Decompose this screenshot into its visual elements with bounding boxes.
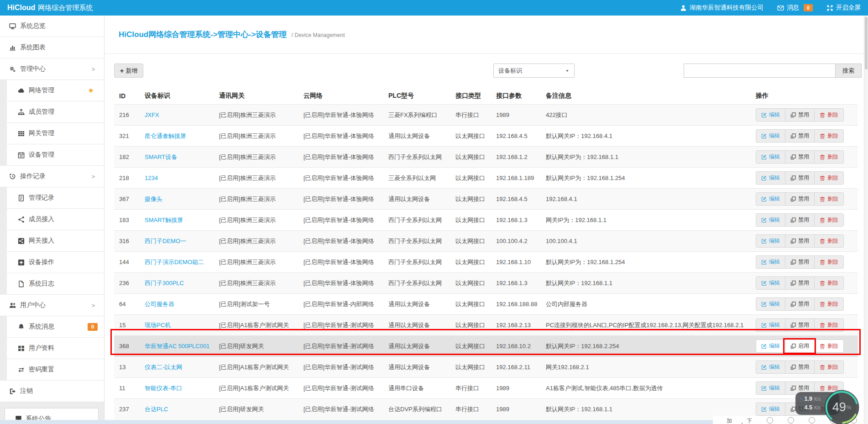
scrollbar-thumb[interactable]: [865, 17, 868, 69]
enable-button[interactable]: 启用: [785, 340, 814, 352]
disable-button[interactable]: 禁用: [785, 319, 814, 331]
device-link[interactable]: SMART设备: [145, 154, 177, 160]
ext-icon[interactable]: [767, 417, 773, 424]
disable-button[interactable]: 禁用: [785, 172, 814, 184]
delete-button[interactable]: 删除: [814, 193, 843, 205]
device-filter-select[interactable]: 设备标识: [493, 64, 575, 78]
delete-button[interactable]: 删除: [814, 319, 843, 331]
add-button-label: 新增: [125, 67, 137, 75]
sidebar-item-system-logs[interactable]: 系统日志: [7, 273, 104, 295]
sidebar-item-op-records[interactable]: 操作记录>: [0, 166, 104, 187]
accelerator-button[interactable]: 加速器: [719, 417, 732, 424]
disable-button[interactable]: 禁用: [785, 298, 814, 310]
sidebar-item-network-mgmt[interactable]: 网络管理★: [7, 80, 104, 101]
edit-button[interactable]: 编辑: [756, 403, 785, 415]
edit-button[interactable]: 编辑: [756, 340, 785, 352]
edit-icon: [761, 112, 767, 118]
device-link[interactable]: 西门子演示DEMO箱二: [145, 259, 204, 265]
sidebar-item-logout[interactable]: 注销: [0, 381, 104, 402]
device-link[interactable]: 西门子300PLC: [145, 280, 184, 286]
sidebar-item-overview[interactable]: 系统总览: [0, 16, 104, 37]
device-link[interactable]: 现场PC机: [145, 322, 171, 329]
th-icon: [17, 130, 25, 137]
sidebar-item-admin-records[interactable]: 管理记录: [7, 187, 104, 209]
disable-button[interactable]: 禁用: [785, 214, 814, 226]
edit-button[interactable]: 编辑: [756, 193, 785, 205]
messages-menu[interactable]: 消息 0: [777, 4, 813, 12]
delete-button[interactable]: 删除: [814, 151, 843, 163]
company-menu[interactable]: 湖南华辰智通科技有限公司: [680, 4, 763, 12]
delete-button[interactable]: 删除: [814, 109, 843, 121]
edit-button[interactable]: 编辑: [756, 361, 785, 373]
ext-icon[interactable]: [809, 417, 815, 424]
cell-actions: 编辑禁用删除: [751, 105, 858, 126]
delete-button[interactable]: 删除: [814, 130, 843, 142]
device-link[interactable]: 摄像头: [145, 196, 162, 202]
delete-button[interactable]: 删除: [814, 277, 843, 289]
search-button[interactable]: 搜索: [835, 64, 862, 78]
add-button[interactable]: + 新增: [114, 64, 143, 78]
device-link[interactable]: 公司服务器: [145, 301, 174, 307]
device-link[interactable]: 1234: [145, 175, 158, 181]
device-link[interactable]: 智能仪表-串口: [145, 385, 182, 392]
edit-button[interactable]: 编辑: [756, 298, 785, 310]
delete-button[interactable]: 删除: [814, 340, 843, 352]
delete-button[interactable]: 删除: [814, 298, 843, 310]
sidebar-item-user-center[interactable]: 用户中心>: [0, 295, 104, 316]
sidebar-item-user-profile[interactable]: 用户资料: [7, 338, 104, 359]
edit-button[interactable]: 编辑: [756, 235, 785, 247]
cell-interface-param: 192.168.4.5: [491, 126, 541, 147]
device-link[interactable]: 华辰智通AC 500PLC001: [145, 343, 209, 350]
disable-button[interactable]: 禁用: [785, 277, 814, 289]
cell-gateway: [已启用]株洲三菱演示: [214, 210, 298, 231]
doc-icon: [17, 195, 25, 201]
disable-button[interactable]: 禁用: [785, 151, 814, 163]
sidebar-item-device-ops[interactable]: 设备操作: [7, 252, 104, 273]
fullscreen-button[interactable]: 开启全屏: [826, 4, 861, 12]
disable-button[interactable]: 禁用: [785, 130, 814, 142]
delete-button[interactable]: 删除: [814, 214, 843, 226]
disable-button[interactable]: 禁用: [785, 361, 814, 373]
sidebar-item-device-mgmt[interactable]: 设备管理: [7, 144, 104, 166]
disable-button[interactable]: 禁用: [785, 235, 814, 247]
sidebar-item-member-access[interactable]: 成员接入: [7, 209, 104, 230]
disable-button[interactable]: 禁用: [785, 109, 814, 121]
delete-button[interactable]: 删除: [814, 172, 843, 184]
device-link[interactable]: SMART触摸屏: [145, 217, 183, 223]
cell-gateway: [已启用]研发网关: [214, 336, 298, 357]
device-link[interactable]: JXFX: [145, 111, 159, 118]
delete-button[interactable]: 删除: [814, 235, 843, 247]
sidebar-item-charts[interactable]: 系统图表: [0, 37, 104, 58]
scrollbar-track[interactable]: [864, 16, 868, 424]
edit-button[interactable]: 编辑: [756, 382, 785, 394]
edit-button[interactable]: 编辑: [756, 277, 785, 289]
device-link[interactable]: 昆仑通泰触摸屏: [145, 132, 186, 139]
edit-button[interactable]: 编辑: [756, 130, 785, 142]
device-link[interactable]: 台达PLC: [145, 406, 168, 413]
cell-remark: 默认网关IP为：192.168.1.1: [541, 147, 751, 168]
sidebar-item-password-reset[interactable]: 密码重置: [7, 359, 104, 381]
edit-button[interactable]: 编辑: [756, 319, 785, 331]
disable-button[interactable]: 禁用: [785, 256, 814, 268]
edit-button[interactable]: 编辑: [756, 109, 785, 121]
edit-button[interactable]: 编辑: [756, 151, 785, 163]
usage-circle-widget[interactable]: 49 %: [824, 390, 859, 424]
sidebar-item-gateway-mgmt[interactable]: 网关管理: [7, 123, 104, 144]
edit-button[interactable]: 编辑: [756, 214, 785, 226]
sidebar-item-system-messages[interactable]: 系统消息0: [7, 316, 104, 338]
download-button[interactable]: 下载: [739, 417, 752, 424]
table-row: 216JXFX[已启用]株洲三菱演示[已启用]华辰智通-体验网络三菱FX系列编程…: [114, 105, 858, 126]
ext-icon[interactable]: [788, 417, 794, 424]
sidebar-item-member-mgmt[interactable]: 成员管理: [7, 101, 104, 123]
device-link[interactable]: 仪表二-以太网: [145, 364, 182, 371]
delete-button[interactable]: 删除: [814, 256, 843, 268]
delete-button[interactable]: 删除: [814, 361, 843, 373]
search-input[interactable]: [684, 64, 835, 78]
device-link[interactable]: 西门子DEMO一: [145, 238, 186, 244]
sidebar-item-gateway-access[interactable]: 网关接入: [7, 230, 104, 252]
favorite-star-icon[interactable]: ★: [88, 86, 94, 95]
sidebar-item-admin-center[interactable]: 管理中心>: [0, 58, 104, 80]
disable-button[interactable]: 禁用: [785, 193, 814, 205]
edit-button[interactable]: 编辑: [756, 172, 785, 184]
edit-button[interactable]: 编辑: [756, 256, 785, 268]
